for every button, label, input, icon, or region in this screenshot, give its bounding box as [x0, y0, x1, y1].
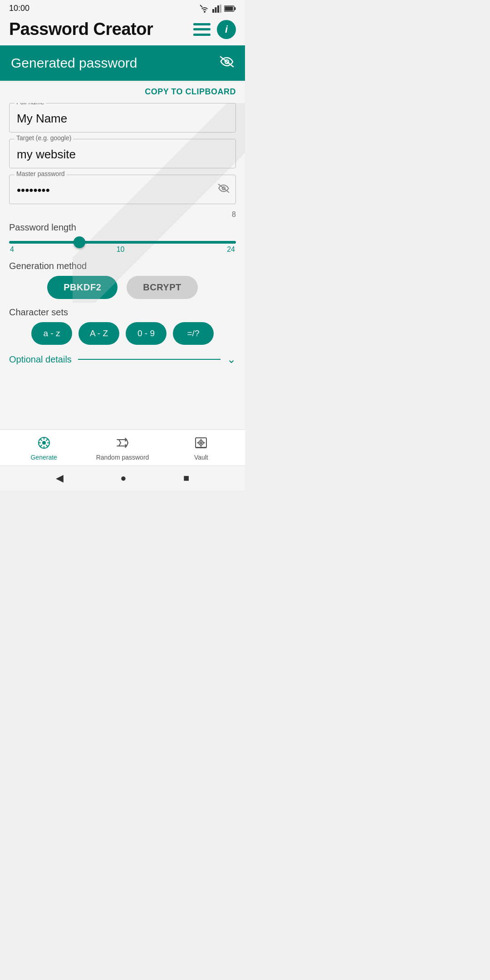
numbers-set-button[interactable]: 0 - 9 [126, 322, 167, 345]
full-name-label: Full name [15, 103, 46, 106]
nav-generate[interactable]: Generate [5, 436, 83, 461]
svg-line-0 [200, 5, 202, 7]
status-bar: 10:00 [0, 0, 245, 15]
generated-password-bar: Generated password [0, 45, 245, 81]
slider-min-label: 4 [10, 245, 14, 254]
copy-label: COPY TO CLIPBOARD [145, 87, 236, 96]
svg-rect-3 [217, 5, 219, 13]
generation-method-label: Generation method [9, 261, 236, 271]
master-password-field-wrapper: Master password [9, 175, 236, 204]
header-actions: i [193, 20, 236, 39]
master-password-label: Master password [15, 170, 67, 177]
optional-details-label: Optional details [9, 354, 72, 365]
target-input[interactable] [9, 139, 236, 168]
eye-off-small-icon [218, 183, 230, 193]
generated-password-label: Generated password [11, 55, 137, 71]
generate-icon [37, 436, 51, 452]
recent-apps-button[interactable]: ■ [183, 472, 189, 484]
nav-vault[interactable]: Vault [162, 436, 240, 461]
optional-details-section[interactable]: Optional details ⌄ [9, 353, 236, 366]
svg-rect-1 [212, 9, 214, 13]
svg-point-22 [200, 442, 202, 444]
target-label: Target (e.g. google) [15, 134, 73, 142]
main-content: Full name Target (e.g. google) Master pa… [0, 103, 245, 429]
password-length-label: Password length [9, 222, 236, 233]
slider-mid-label: 10 [117, 245, 125, 254]
target-field-wrapper: Target (e.g. google) [9, 139, 236, 168]
optional-details-divider [78, 359, 220, 360]
bottom-nav: Generate Random password [0, 429, 245, 466]
master-password-input[interactable] [9, 175, 236, 204]
master-password-field [9, 175, 236, 204]
svg-rect-27 [196, 447, 206, 448]
slider-max-label: 24 [227, 245, 235, 254]
full-name-input[interactable] [9, 103, 236, 132]
svg-rect-2 [215, 7, 217, 13]
shuffle-icon [116, 436, 129, 452]
password-char-count: 8 [9, 211, 236, 219]
random-label: Random password [96, 454, 149, 461]
content-spacer [9, 375, 236, 429]
full-name-field-wrapper: Full name [9, 103, 236, 132]
info-icon: i [225, 24, 228, 35]
svg-line-15 [40, 440, 42, 441]
password-length-slider[interactable] [9, 241, 236, 244]
copy-to-clipboard-button[interactable]: COPY TO CLIPBOARD [0, 83, 245, 103]
battery-icon [224, 5, 236, 12]
info-button[interactable]: i [217, 20, 236, 39]
special-set-button[interactable]: =/? [173, 322, 214, 345]
generate-label: Generate [30, 454, 57, 461]
wifi-icon [200, 5, 210, 13]
signal-icon [212, 5, 221, 13]
svg-point-19 [43, 441, 45, 444]
app-header: Password Creator i [0, 15, 245, 45]
svg-line-16 [46, 445, 48, 446]
toggle-password-visibility-button[interactable] [220, 56, 234, 71]
bcrypt-button[interactable]: BCRYPT [127, 276, 197, 299]
svg-point-21 [199, 441, 203, 445]
pbkdf2-button[interactable]: PBKDF2 [47, 276, 118, 299]
character-sets-label: Character sets [9, 307, 236, 318]
char-set-buttons: a - z A - Z 0 - 9 =/? [9, 322, 236, 345]
svg-line-18 [40, 445, 42, 446]
status-icons [200, 5, 236, 13]
status-time: 10:00 [9, 4, 29, 13]
master-password-toggle-button[interactable] [218, 183, 230, 196]
character-sets-section: Character sets a - z A - Z 0 - 9 =/? [9, 307, 236, 345]
system-nav: ◀ ● ■ [0, 466, 245, 490]
menu-button[interactable] [193, 23, 211, 36]
chevron-down-icon: ⌄ [227, 353, 236, 366]
uppercase-set-button[interactable]: A - Z [78, 322, 119, 345]
nav-random[interactable]: Random password [83, 436, 162, 461]
method-buttons: PBKDF2 BCRYPT [9, 276, 236, 299]
svg-line-17 [46, 440, 48, 441]
svg-rect-7 [235, 7, 236, 10]
svg-rect-6 [225, 6, 233, 10]
back-button[interactable]: ◀ [56, 472, 64, 484]
generation-method-section: Generation method PBKDF2 BCRYPT [9, 261, 236, 299]
vault-icon [194, 436, 208, 452]
eye-off-icon [220, 56, 234, 68]
svg-rect-4 [220, 5, 222, 13]
home-button[interactable]: ● [120, 472, 126, 484]
lowercase-set-button[interactable]: a - z [31, 322, 72, 345]
vault-label: Vault [194, 454, 208, 461]
app-title: Password Creator [9, 20, 153, 39]
